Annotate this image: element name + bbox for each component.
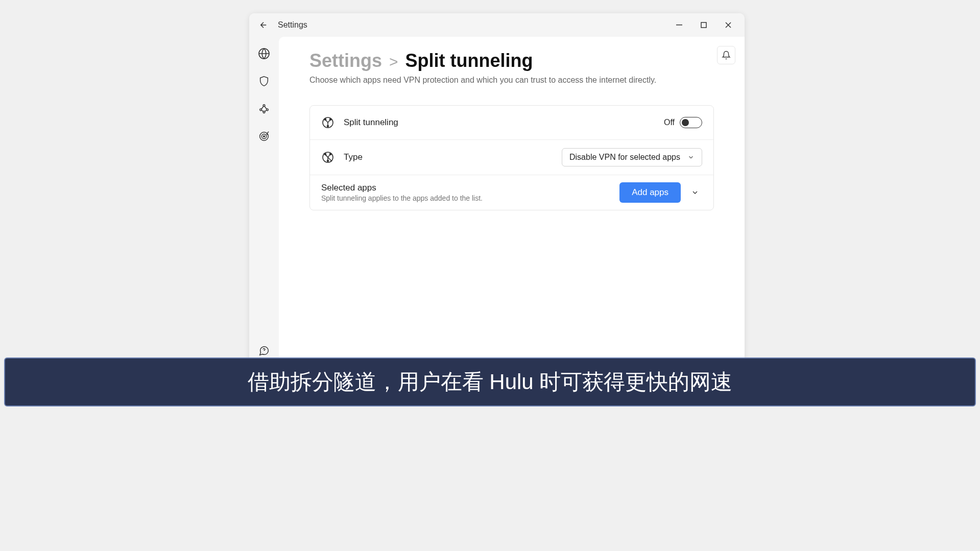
type-dropdown-value: Disable VPN for selected apps (569, 153, 680, 162)
split-tunnel-type-icon (322, 151, 334, 163)
arrow-left-icon (259, 20, 268, 30)
settings-card: Split tunneling Off Type (309, 105, 714, 210)
svg-rect-1 (701, 22, 706, 28)
split-tunnel-icon (322, 116, 334, 129)
minimize-icon (676, 22, 682, 28)
sidebar-item-shield[interactable] (256, 74, 272, 89)
maximize-button[interactable] (691, 15, 716, 35)
bell-icon (722, 51, 731, 60)
toggle-knob (682, 119, 689, 126)
type-label: Type (344, 152, 363, 162)
selected-apps-subtitle: Split tunneling applies to the apps adde… (321, 194, 483, 202)
svg-point-5 (267, 109, 269, 111)
svg-point-17 (327, 160, 329, 162)
breadcrumb-separator: > (389, 53, 398, 70)
sidebar (249, 37, 279, 366)
breadcrumb: Settings > Split tunneling (309, 50, 714, 71)
svg-point-9 (264, 136, 265, 137)
minimize-button[interactable] (667, 15, 691, 35)
type-dropdown[interactable]: Disable VPN for selected apps (562, 148, 702, 166)
sidebar-item-globe[interactable] (256, 46, 272, 61)
toggle-state-text: Off (664, 118, 675, 127)
shield-icon (258, 76, 270, 87)
target-icon (258, 131, 270, 142)
page-subtitle: Choose which apps need VPN protection an… (309, 76, 714, 85)
sidebar-item-target[interactable] (256, 129, 272, 144)
network-icon (258, 103, 270, 114)
svg-rect-0 (676, 25, 682, 26)
caption-text: 借助拆分隧道，用户在看 Hulu 时可获得更快的网速 (248, 368, 733, 396)
notifications-button[interactable] (717, 46, 735, 64)
chevron-down-icon (687, 154, 695, 161)
globe-icon (258, 47, 270, 60)
breadcrumb-current: Split tunneling (405, 50, 533, 71)
selected-apps-title: Selected apps (321, 183, 483, 193)
selected-apps-row: Selected apps Split tunneling applies to… (310, 175, 713, 210)
svg-point-16 (330, 154, 331, 155)
window-title: Settings (278, 20, 307, 30)
svg-point-15 (325, 154, 326, 155)
svg-point-11 (325, 119, 326, 121)
add-apps-button[interactable]: Add apps (619, 182, 681, 203)
close-button[interactable] (716, 15, 740, 35)
split-tunneling-label: Split tunneling (344, 117, 398, 128)
split-tunneling-row: Split tunneling Off (310, 106, 713, 139)
breadcrumb-parent[interactable]: Settings (309, 50, 382, 71)
chevron-down-icon (691, 188, 699, 197)
main-area: Settings > Split tunneling Choose which … (249, 37, 745, 366)
titlebar: Settings (249, 13, 745, 37)
chat-help-icon (258, 345, 270, 356)
svg-point-12 (330, 119, 331, 121)
svg-point-13 (327, 126, 329, 127)
type-row: Type Disable VPN for selected apps (310, 139, 713, 175)
split-tunneling-toggle[interactable] (680, 117, 702, 128)
maximize-icon (701, 22, 707, 28)
caption-bar: 借助拆分隧道，用户在看 Hulu 时可获得更快的网速 (4, 357, 976, 406)
sidebar-item-network[interactable] (256, 101, 272, 116)
content-panel: Settings > Split tunneling Choose which … (279, 37, 745, 366)
sidebar-item-help[interactable] (256, 343, 272, 358)
window-controls (667, 15, 740, 35)
app-window: Settings (249, 13, 745, 366)
close-icon (725, 22, 731, 28)
back-button[interactable] (253, 15, 274, 35)
svg-point-4 (260, 109, 262, 111)
expand-apps-chevron[interactable] (688, 185, 702, 200)
